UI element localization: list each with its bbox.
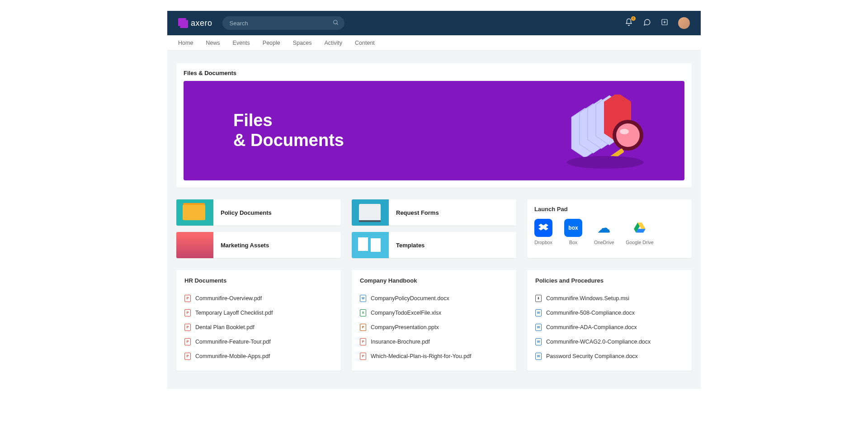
file-name: Temporary Layoff Checklist.pdf: [195, 310, 273, 316]
file-item[interactable]: PCompanyPresentation.pptx: [360, 320, 508, 335]
docx-file-icon: W: [360, 295, 366, 302]
nav-news[interactable]: News: [206, 40, 220, 46]
file-item[interactable]: PCommunifire-Mobile-Apps.pdf: [184, 349, 333, 364]
brand-name: axero: [191, 19, 212, 28]
svg-point-14: [567, 156, 644, 169]
file-item[interactable]: WCommunifire-508-Compliance.docx: [535, 306, 684, 320]
laptop-icon: [352, 199, 389, 226]
launch-app-box[interactable]: box Box: [564, 219, 582, 245]
file-name: Communifire-Feature-Tour.pdf: [195, 339, 271, 345]
pdf-file-icon: P: [184, 309, 191, 316]
pdf-file-icon: P: [184, 295, 191, 302]
google-drive-icon: [631, 219, 649, 237]
launch-app-dropbox[interactable]: Dropbox: [534, 219, 552, 245]
main-nav: Home News Events People Spaces Activity …: [167, 35, 701, 51]
search-input[interactable]: [222, 16, 344, 30]
nav-people[interactable]: People: [263, 40, 280, 46]
file-name: Communifire.Windows.Setup.msi: [546, 295, 629, 302]
launch-app-label: Google Drive: [626, 240, 653, 245]
svg-point-12: [620, 129, 629, 134]
pptx-file-icon: P: [360, 324, 366, 331]
hero-illustration: [562, 94, 657, 171]
file-item[interactable]: XCompanyTodoExcelFile.xlsx: [360, 306, 508, 320]
file-name: Which-Medical-Plan-is-Right-for-You.pdf: [371, 353, 472, 359]
file-item[interactable]: PDental Plan Booklet.pdf: [184, 320, 333, 335]
files-card-handbook: Company Handbook WCompanyPolicyDocument.…: [352, 270, 516, 371]
docx-file-icon: W: [535, 353, 542, 360]
file-item[interactable]: WCommunifire-WCAG2.0-Compliance.docx: [535, 335, 684, 349]
nav-spaces[interactable]: Spaces: [293, 40, 312, 46]
launch-app-onedrive[interactable]: ☁ OneDrive: [594, 219, 614, 245]
category-policy-documents[interactable]: Policy Documents: [176, 199, 341, 226]
avatar[interactable]: [678, 17, 690, 29]
category-templates[interactable]: Templates: [352, 232, 516, 258]
nav-activity[interactable]: Activity: [324, 40, 342, 46]
file-name: Communifire-ADA-Compliance.docx: [546, 324, 637, 331]
pdf-file-icon: P: [360, 338, 366, 345]
file-item[interactable]: PTemporary Layoff Checklist.pdf: [184, 306, 333, 320]
pdf-file-icon: P: [184, 353, 191, 360]
pdf-file-icon: P: [184, 324, 191, 331]
hero-headline-line1: Files: [233, 111, 273, 130]
category-col-left: Policy Documents Marketing Assets: [176, 199, 341, 258]
files-card-title: Policies and Procedures: [535, 277, 684, 284]
launch-app-label: OneDrive: [594, 240, 614, 245]
files-card-title: Company Handbook: [360, 277, 508, 284]
files-card-title: HR Documents: [184, 277, 333, 284]
templates-icon: [352, 232, 389, 258]
docx-file-icon: W: [535, 309, 542, 316]
file-item[interactable]: PCommunifire-Overview.pdf: [184, 291, 333, 306]
svg-line-1: [336, 24, 338, 25]
brand-logo[interactable]: axero: [178, 18, 212, 28]
category-request-forms[interactable]: Request Forms: [352, 199, 516, 226]
file-name: CompanyPolicyDocument.docx: [371, 295, 449, 302]
nav-content[interactable]: Content: [355, 40, 375, 46]
hero-headline: Files & Documents: [233, 111, 344, 150]
file-item[interactable]: WCommunifire-ADA-Compliance.docx: [535, 320, 684, 335]
hero-card: Files & Documents Files & Documents: [176, 63, 692, 188]
notifications-button[interactable]: 6: [625, 18, 633, 28]
msi-file-icon: ⬇: [535, 295, 542, 302]
category-label: Policy Documents: [221, 209, 272, 216]
nav-events[interactable]: Events: [233, 40, 250, 46]
launch-app-google-drive[interactable]: Google Drive: [626, 219, 653, 245]
file-item[interactable]: WPassword Security Compliance.docx: [535, 349, 684, 364]
category-label: Marketing Assets: [221, 242, 269, 249]
file-name: CompanyTodoExcelFile.xlsx: [371, 310, 441, 316]
file-name: Communifire-Mobile-Apps.pdf: [195, 353, 270, 359]
category-col-right: Request Forms Templates: [352, 199, 516, 258]
onedrive-icon: ☁: [595, 219, 613, 237]
file-item[interactable]: PWhich-Medical-Plan-is-Right-for-You.pdf: [360, 349, 508, 364]
header-actions: 6: [625, 17, 690, 29]
file-item[interactable]: ⬇Communifire.Windows.Setup.msi: [535, 291, 684, 306]
hero-section-title: Files & Documents: [184, 70, 684, 76]
docx-file-icon: W: [535, 324, 542, 331]
docx-file-icon: W: [535, 338, 542, 345]
add-icon[interactable]: [661, 19, 668, 28]
svg-point-0: [333, 20, 337, 24]
hero-banner: Files & Documents: [184, 81, 684, 180]
file-item[interactable]: PInsurance-Brochure.pdf: [360, 335, 508, 349]
launch-pad-title: Launch Pad: [534, 206, 684, 212]
file-name: Dental Plan Booklet.pdf: [195, 324, 255, 331]
file-item[interactable]: WCompanyPolicyDocument.docx: [360, 291, 508, 306]
marketing-icon: [176, 232, 213, 258]
folder-icon: [176, 199, 213, 226]
launch-app-label: Box: [569, 240, 577, 245]
category-label: Templates: [396, 242, 425, 249]
file-name: Communifire-WCAG2.0-Compliance.docx: [546, 339, 651, 345]
launch-app-label: Dropbox: [534, 240, 552, 245]
category-label: Request Forms: [396, 209, 439, 216]
chat-icon[interactable]: [643, 18, 651, 28]
pdf-file-icon: P: [184, 338, 191, 345]
search: [222, 16, 344, 30]
file-item[interactable]: PCommunifire-Feature-Tour.pdf: [184, 335, 333, 349]
category-marketing-assets[interactable]: Marketing Assets: [176, 232, 341, 258]
notifications-badge: 6: [631, 16, 636, 21]
launch-pad: Launch Pad Dropbox box Box: [527, 199, 692, 258]
nav-home[interactable]: Home: [178, 40, 193, 46]
files-card-hr: HR Documents PCommunifire-Overview.pdfPT…: [176, 270, 341, 371]
launch-pad-col: Launch Pad Dropbox box Box: [527, 199, 692, 258]
files-row: HR Documents PCommunifire-Overview.pdfPT…: [176, 270, 692, 371]
search-icon: [333, 19, 339, 27]
